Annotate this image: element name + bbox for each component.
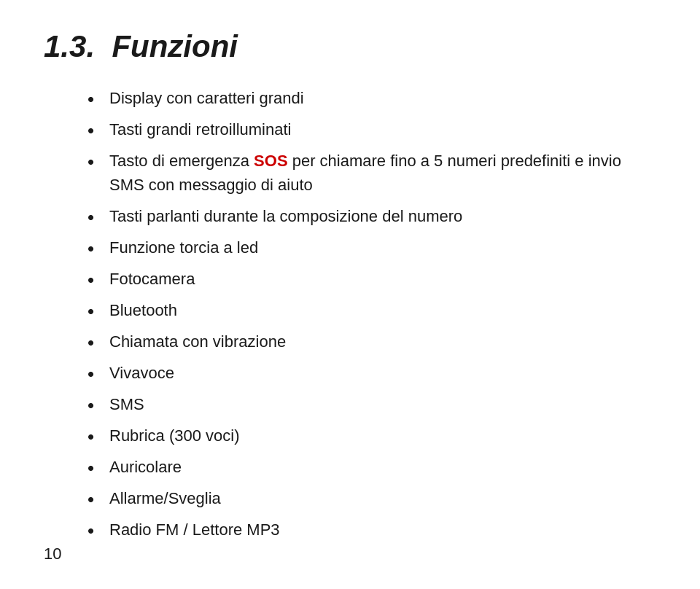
section-heading: Funzioni: [112, 29, 238, 63]
list-item: Allarme/Sveglia: [88, 486, 656, 510]
page-number: 10: [44, 545, 61, 563]
list-item: Tasti parlanti durante la composizione d…: [88, 204, 656, 228]
section-number: 1.3.: [44, 29, 95, 63]
feature-list: Display con caratteri grandi Tasti grand…: [88, 86, 656, 542]
section-title: 1.3. Funzioni: [44, 29, 656, 64]
list-item: SMS: [88, 392, 656, 416]
list-item: Tasti grandi retroilluminati: [88, 117, 656, 141]
list-item: Rubrica (300 voci): [88, 424, 656, 448]
list-item: Vivavoce: [88, 361, 656, 385]
list-item: Chiamata con vibrazione: [88, 329, 656, 354]
list-item: Funzione torcia a led: [88, 235, 656, 260]
list-item-sos: Tasto di emergenza SOS per chiamare fino…: [88, 149, 656, 197]
list-item: Auricolare: [88, 455, 656, 479]
sos-label: SOS: [254, 152, 287, 170]
list-item: Radio FM / Lettore MP3: [88, 518, 656, 542]
list-item-bluetooth: Bluetooth: [88, 298, 656, 322]
list-item: Fotocamera: [88, 267, 656, 291]
list-item: Display con caratteri grandi: [88, 86, 656, 110]
